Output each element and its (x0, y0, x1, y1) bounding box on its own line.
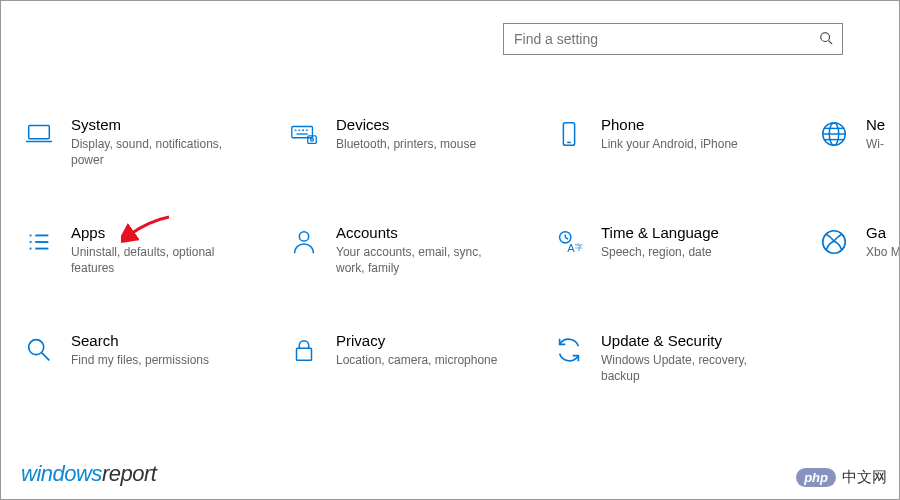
phpcn-logo: php 中文网 (796, 468, 887, 487)
xbox-icon (816, 224, 852, 260)
time-language-icon: A 字 (551, 224, 587, 260)
tile-title: Time & Language (601, 224, 719, 241)
svg-point-0 (821, 33, 830, 42)
search-input[interactable] (503, 23, 843, 55)
settings-grid: System Display, sound, notifications, po… (21, 106, 899, 430)
tile-desc: Xbo Mo (866, 244, 900, 260)
tile-system[interactable]: System Display, sound, notifications, po… (21, 106, 286, 214)
tile-apps[interactable]: Apps Uninstall, defaults, optional featu… (21, 214, 286, 322)
tile-text: System Display, sound, notifications, po… (71, 116, 261, 168)
tile-desc: Uninstall, defaults, optional features (71, 244, 241, 276)
tile-title: Ga (866, 224, 900, 241)
tile-text: Apps Uninstall, defaults, optional featu… (71, 224, 261, 276)
tile-desc: Windows Update, recovery, backup (601, 352, 771, 384)
magnifier-icon (21, 332, 57, 368)
tile-desc: Location, camera, microphone (336, 352, 497, 368)
tile-title: Apps (71, 224, 241, 241)
tile-text: Time & Language Speech, region, date (601, 224, 739, 260)
tile-title: Devices (336, 116, 476, 133)
tile-accounts[interactable]: Accounts Your accounts, email, sync, wor… (286, 214, 551, 322)
svg-rect-34 (297, 348, 312, 360)
tile-title: Search (71, 332, 209, 349)
tile-text: Ne Wi- (866, 116, 900, 152)
svg-rect-2 (29, 126, 50, 139)
globe-icon (816, 116, 852, 152)
tile-desc: Wi- (866, 136, 885, 152)
tile-search[interactable]: Search Find my files, permissions (21, 322, 286, 430)
sync-icon (551, 332, 587, 368)
svg-point-32 (29, 340, 44, 355)
phpcn-text: 中文网 (842, 468, 887, 487)
php-pill: php (796, 468, 836, 487)
tile-text: Ga Xbo Mo (866, 224, 900, 260)
tile-network[interactable]: Ne Wi- (816, 106, 900, 214)
tile-title: Phone (601, 116, 738, 133)
tile-text: Update & Security Windows Update, recove… (601, 332, 791, 384)
logo-part-b: report (102, 461, 156, 486)
svg-point-25 (299, 232, 308, 241)
tile-desc: Link your Android, iPhone (601, 136, 738, 152)
svg-line-1 (829, 41, 833, 45)
tile-desc: Find my files, permissions (71, 352, 209, 368)
tile-title: System (71, 116, 241, 133)
tile-title: Privacy (336, 332, 497, 349)
windowsreport-logo: windowsreport (21, 461, 156, 487)
tile-text: Accounts Your accounts, email, sync, wor… (336, 224, 526, 276)
svg-line-33 (42, 353, 50, 361)
list-icon (21, 224, 57, 260)
svg-line-28 (565, 237, 568, 239)
lock-icon (286, 332, 322, 368)
tile-desc: Speech, region, date (601, 244, 719, 260)
tile-gaming[interactable]: Ga Xbo Mo (816, 214, 900, 322)
search-container (503, 23, 843, 55)
logo-part-a: windows (21, 461, 102, 486)
tile-text: Devices Bluetooth, printers, mouse (336, 116, 496, 152)
phone-icon (551, 116, 587, 152)
tile-time-language[interactable]: A 字 Time & Language Speech, region, date (551, 214, 816, 322)
tile-devices[interactable]: Devices Bluetooth, printers, mouse (286, 106, 551, 214)
tile-text: Privacy Location, camera, microphone (336, 332, 517, 368)
tile-title: Ne (866, 116, 885, 133)
tile-title: Accounts (336, 224, 506, 241)
tile-desc: Your accounts, email, sync, work, family (336, 244, 506, 276)
laptop-icon (21, 116, 57, 152)
tile-update-security[interactable]: Update & Security Windows Update, recove… (551, 322, 816, 430)
person-icon (286, 224, 322, 260)
tile-title: Update & Security (601, 332, 771, 349)
keyboard-icon (286, 116, 322, 152)
svg-text:字: 字 (575, 242, 583, 252)
tile-text: Phone Link your Android, iPhone (601, 116, 758, 152)
tile-phone[interactable]: Phone Link your Android, iPhone (551, 106, 816, 214)
tile-privacy[interactable]: Privacy Location, camera, microphone (286, 322, 551, 430)
search-icon (819, 31, 833, 45)
tile-text: Search Find my files, permissions (71, 332, 229, 368)
tile-desc: Display, sound, notifications, power (71, 136, 241, 168)
svg-point-11 (311, 138, 314, 141)
tile-desc: Bluetooth, printers, mouse (336, 136, 476, 152)
